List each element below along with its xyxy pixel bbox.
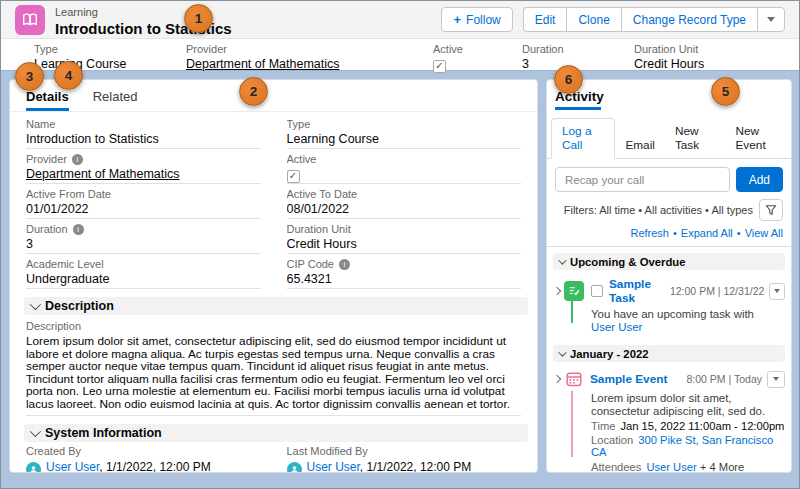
event-location-row: Location300 Pike St, San Francisco CA — [591, 434, 785, 458]
field-type-label: Type — [287, 118, 522, 130]
record-header: Learning Introduction to Statistics + Fo… — [1, 1, 799, 39]
open-book-icon — [21, 11, 39, 29]
chevron-down-icon — [774, 289, 780, 293]
event-location-label: Location — [591, 434, 633, 446]
event-datetime: 8:00 PM | Today — [687, 373, 763, 385]
task-actions-dropdown[interactable] — [769, 283, 785, 300]
upcoming-overdue-section-header[interactable]: Upcoming & Overdue — [553, 253, 785, 270]
callout-badge-6: 6 — [554, 65, 583, 94]
field-last-modified-by: Last Modified By User User, 1/1/2022, 12… — [287, 442, 522, 473]
description-section-title: Description — [45, 299, 114, 313]
highlight-provider-link[interactable]: Department of Mathematics — [186, 57, 340, 71]
event-time-row: TimeJan 15, 2022 11:00am - 12:00pm — [591, 420, 785, 432]
event-body: Lorem ipsum dolor sit amet, consectetur … — [591, 392, 785, 417]
filter-button[interactable] — [759, 199, 783, 221]
field-name: Name Introduction to Statistics — [26, 114, 261, 149]
chevron-right-icon[interactable] — [553, 375, 561, 383]
activity-divider — [547, 246, 791, 247]
view-all-link[interactable]: View All — [745, 227, 783, 239]
active-checkbox[interactable]: ✓ — [433, 60, 446, 73]
field-active-to: Active To Date 08/01/2022 — [287, 184, 522, 219]
more-actions-button[interactable] — [757, 7, 785, 32]
field-cip-code-label-text: CIP Code — [287, 258, 335, 270]
field-duration-unit: Duration Unit Credit Hours — [287, 219, 522, 254]
field-cip-code-label: CIP Codei — [287, 258, 522, 270]
event-attendee-link[interactable]: User User — [646, 461, 696, 473]
highlight-provider-label: Provider — [186, 43, 340, 55]
field-academic-level-value: Undergraduate — [26, 272, 261, 286]
field-active: Active ✓ — [287, 149, 522, 184]
event-title-link[interactable]: Sample Event — [590, 372, 667, 386]
callout-badge-5: 5 — [711, 77, 740, 106]
edit-button[interactable]: Edit — [523, 7, 567, 32]
info-icon[interactable]: i — [73, 224, 84, 235]
highlight-active: Active ✓ — [433, 43, 463, 73]
filters-text: Filters: All time • All activities • All… — [564, 204, 753, 216]
info-icon[interactable]: i — [72, 154, 83, 165]
task-complete-checkbox[interactable] — [591, 285, 603, 297]
field-provider-link[interactable]: Department of Mathematics — [26, 167, 261, 181]
system-information-section-header[interactable]: System Information — [24, 424, 528, 442]
tab-new-event[interactable]: New Event — [726, 119, 792, 158]
upcoming-overdue-title: Upcoming & Overdue — [570, 256, 686, 268]
field-type: Type Learning Course — [287, 114, 522, 149]
clone-button[interactable]: Clone — [566, 7, 620, 32]
event-header-row: Sample Event 8:00 PM | Today — [552, 369, 785, 389]
field-cip-code-value: 65.4321 — [287, 272, 522, 286]
field-duration-label-text: Duration — [26, 223, 68, 235]
tab-new-task[interactable]: New Task — [665, 119, 726, 158]
highlight-duration-unit-value: Credit Hours — [634, 57, 704, 71]
highlight-active-label: Active — [433, 43, 463, 55]
field-active-from-value: 01/01/2022 — [26, 202, 261, 216]
user-avatar-icon — [287, 462, 302, 473]
system-information-grid: Created By User User, 1/1/2022, 12:00 PM… — [10, 442, 537, 473]
description-label: Description — [26, 320, 521, 332]
january-2022-section-header[interactable]: January - 2022 — [553, 345, 785, 362]
last-modified-by-user-link[interactable]: User User — [307, 460, 360, 473]
highlight-type-label: Type — [34, 43, 126, 55]
follow-button[interactable]: + Follow — [441, 7, 512, 32]
tab-email[interactable]: Email — [615, 133, 665, 158]
field-type-value: Learning Course — [287, 132, 522, 146]
field-provider-label-text: Provider — [26, 153, 67, 165]
field-name-value: Introduction to Statistics — [26, 132, 261, 146]
field-active-to-value: 08/01/2022 — [287, 202, 522, 216]
created-by-datetime: , 1/1/2022, 12:00 PM — [99, 460, 210, 473]
field-active-label: Active — [287, 153, 522, 165]
details-field-grid: Name Introduction to Statistics Type Lea… — [10, 112, 537, 289]
callout-badge-4: 4 — [54, 61, 83, 90]
task-title-link[interactable]: Sample Task — [609, 277, 670, 305]
field-duration: Durationi 3 — [26, 219, 261, 254]
follow-button-label: Follow — [466, 13, 501, 27]
tab-related[interactable]: Related — [93, 89, 138, 111]
task-user-link[interactable]: User User — [591, 321, 642, 333]
activity-action-tabs: Log a Call Email New Task New Event — [547, 118, 791, 159]
link-separator: • — [737, 227, 741, 239]
chevron-right-icon[interactable] — [553, 287, 561, 295]
change-record-type-button[interactable]: Change Record Type — [621, 7, 757, 32]
record-header-card: Learning Introduction to Statistics + Fo… — [1, 1, 799, 71]
log-a-call-composer: Add — [547, 159, 791, 192]
info-icon-letter: i — [77, 225, 79, 234]
event-time-value: Jan 15, 2022 11:00am - 12:00pm — [620, 420, 784, 432]
action-button-group: Edit Clone Change Record Type — [523, 7, 785, 32]
add-button[interactable]: Add — [736, 167, 783, 192]
tab-details[interactable]: Details — [26, 89, 69, 111]
task-timeline-connector — [571, 299, 573, 323]
task-body-text: You have an upcoming task with — [591, 308, 754, 320]
task-body: You have an upcoming task with User User — [591, 308, 785, 333]
event-actions-dropdown[interactable] — [767, 371, 785, 388]
highlight-duration-label: Duration — [522, 43, 564, 55]
created-by-user-link[interactable]: User User — [46, 460, 99, 473]
expand-all-link[interactable]: Expand All — [681, 227, 733, 239]
tab-activity[interactable]: Activity — [547, 80, 791, 104]
tab-log-a-call[interactable]: Log a Call — [551, 118, 615, 159]
active-detail-checkbox[interactable]: ✓ — [287, 170, 300, 183]
check-icon: ✓ — [289, 171, 297, 181]
info-icon[interactable]: i — [339, 259, 350, 270]
object-label: Learning — [55, 6, 98, 18]
description-section-header[interactable]: Description — [24, 297, 528, 315]
recap-call-input[interactable] — [555, 167, 730, 192]
event-attendees-row: AttendeesUser User + 4 More — [591, 461, 785, 473]
refresh-link[interactable]: Refresh — [630, 227, 669, 239]
